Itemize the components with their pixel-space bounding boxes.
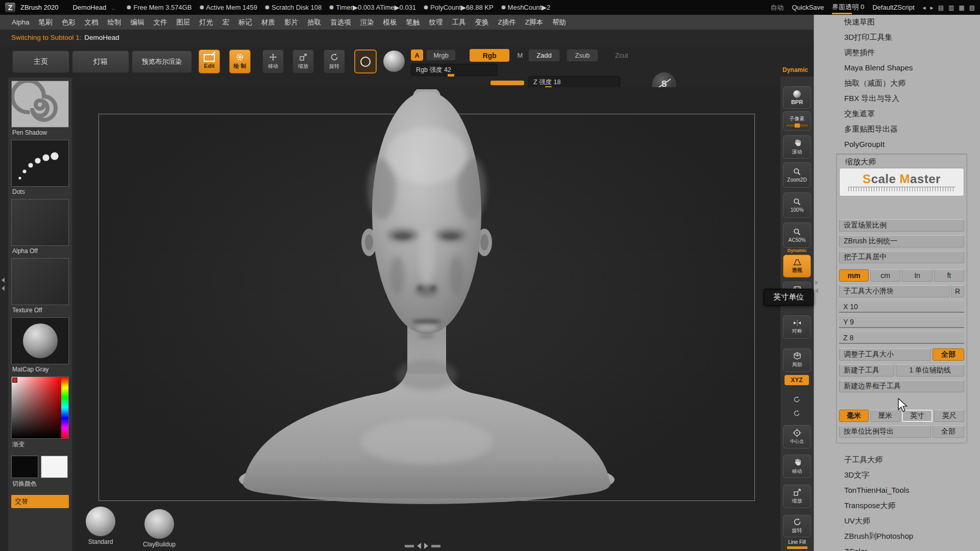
secondary-color-swatch[interactable] (41, 456, 68, 478)
menu-item[interactable]: 色彩 (57, 15, 80, 30)
resize-all-button[interactable]: 全部 (933, 348, 964, 361)
demohead-model[interactable] (228, 89, 626, 505)
zplugin-menu-item[interactable]: Maya Blend Shapes (844, 62, 969, 73)
document-canvas[interactable]: Standard ClayBuildup (75, 87, 780, 551)
scroll-button[interactable]: 滚动 (783, 135, 811, 159)
menu-item[interactable]: 图层 (172, 15, 195, 30)
zplugin-menu-item[interactable]: UV大师 (844, 515, 969, 527)
menu-item[interactable]: 拾取 (303, 15, 326, 30)
right-tray-collapse-arrows[interactable] (815, 280, 818, 293)
move-mode-button[interactable]: 移动 (262, 49, 284, 73)
zplugin-menu-item[interactable]: TonThienHai_Tools (844, 484, 969, 496)
scale-mode-button[interactable]: 缩放 (292, 49, 314, 73)
menu-item[interactable]: 模板 (379, 15, 402, 30)
export-by-unit-button[interactable]: 按单位比例导出 (839, 425, 931, 438)
alpha-off-thumbnail[interactable] (11, 199, 69, 246)
current-stroke-thumbnail[interactable] (11, 81, 69, 128)
shelf-drag-handle[interactable] (491, 81, 524, 85)
z-size-slider[interactable]: Z 8 (839, 333, 964, 344)
auto-button[interactable]: 自动 (770, 3, 783, 12)
lightbox-button[interactable]: 灯箱 (72, 51, 129, 73)
zplugin-menu-item[interactable]: 多重贴图导出器 (844, 123, 969, 135)
scale-master-header[interactable]: 缩放大师 (845, 157, 964, 167)
brush-claybuildup[interactable]: ClayBuildup (136, 509, 182, 548)
brush-standard[interactable]: Standard (78, 507, 124, 545)
switch-color-label[interactable]: 切换颜色 (11, 478, 69, 492)
zplugin-menu-item[interactable]: 快速草图 (844, 16, 969, 28)
hue-strip[interactable] (61, 377, 68, 438)
scrub-right-icon[interactable] (424, 543, 428, 549)
rgb-button[interactable]: Rgb (470, 49, 509, 62)
center-subtool-button[interactable]: 把子工具居中 (839, 251, 964, 263)
zplugin-menu-item[interactable]: 3D打印工具集 (844, 31, 969, 43)
menu-item[interactable]: 编辑 (126, 15, 149, 30)
menu-item[interactable]: 绘制 (103, 15, 126, 30)
unit-name-ft-button[interactable]: 英尺 (934, 410, 964, 422)
menu-item[interactable]: 笔触 (402, 15, 425, 30)
center-point-button[interactable]: 中心点 (783, 425, 811, 448)
unit-helper-button[interactable]: 1 单位辅助线 (896, 364, 964, 377)
a-button[interactable]: A (411, 49, 423, 61)
titlebar-icon[interactable]: ◂ (923, 4, 926, 11)
menu-item[interactable]: 宏 (218, 15, 234, 30)
rotate-canvas-button[interactable]: 旋转 (783, 515, 811, 537)
scale-canvas-button[interactable]: 缩放 (783, 485, 811, 508)
local-button[interactable]: 局部 (783, 348, 811, 372)
new-subtool-button[interactable]: 新建子工具 (839, 364, 894, 377)
new-bbox-subtool-button[interactable]: 新建边界框子工具 (839, 380, 964, 392)
resize-subtool-button[interactable]: 调整子工具大小 (839, 348, 931, 361)
menu-item[interactable]: 材质 (257, 15, 280, 30)
menu-item[interactable]: 纹理 (425, 15, 448, 30)
menu-item[interactable]: 渲染 (356, 15, 379, 30)
default-zscript-button[interactable]: DefaultZScript (872, 4, 914, 11)
x-size-slider[interactable]: X 10 (839, 302, 964, 313)
unit-mm-button[interactable]: mm (839, 269, 869, 282)
menu-item[interactable]: 帮助 (548, 15, 571, 30)
collapse-arrow-icon[interactable] (815, 280, 818, 285)
zadd-button[interactable]: Zadd (528, 49, 560, 62)
current-material-thumbnail[interactable] (11, 317, 69, 364)
menu-item[interactable]: 工具 (448, 15, 471, 30)
set-scene-scale-button[interactable]: 设置场景比例 (839, 219, 964, 232)
menu-item[interactable]: 灯光 (195, 15, 218, 30)
m-button[interactable]: M (513, 49, 527, 61)
left-tray-collapse-arrows[interactable] (2, 278, 5, 291)
bpr-render-button[interactable]: BPR (783, 86, 811, 109)
zplugin-menu-item[interactable]: 交集遮罩 (844, 108, 969, 119)
unit-name-cm-button[interactable]: 厘米 (870, 410, 900, 422)
subtool-size-slider-button[interactable]: 子工具大小滑块 (839, 285, 949, 297)
menu-item[interactable]: 变换 (471, 15, 494, 30)
menu-item[interactable]: Alpha (7, 15, 34, 30)
zplugin-menu-item[interactable]: 调整插件 (844, 46, 969, 58)
ui-opacity-slider[interactable]: 界面透明 0 (832, 3, 864, 13)
zsub-button[interactable]: Zsub (567, 49, 598, 62)
z-intensity-slider[interactable]: Z 强度 18 (528, 76, 620, 88)
quicksave-button[interactable]: QuickSave (792, 4, 824, 11)
menu-item[interactable]: Z脚本 (521, 15, 548, 30)
zplugin-menu-item[interactable]: FBX 导出与导入 (844, 92, 969, 104)
menu-item[interactable]: 影片 (280, 15, 303, 30)
saturation-value-square[interactable] (12, 377, 61, 438)
y-size-slider[interactable]: Y 9 (839, 317, 964, 328)
alternate-color-button[interactable]: 交替 (11, 495, 69, 508)
titlebar-icon[interactable]: ▥ (948, 4, 954, 11)
spin-y-button[interactable] (790, 393, 804, 406)
current-color-swatch[interactable] (354, 49, 377, 73)
collapse-arrow-icon[interactable] (815, 288, 818, 293)
unit-in-button[interactable]: In (902, 269, 932, 282)
zplugin-menu-item[interactable]: Transpose大师 (844, 499, 969, 511)
menu-item[interactable]: 首选项 (326, 15, 356, 30)
timeline-scrubber[interactable] (405, 543, 440, 549)
actual-size-button[interactable]: 100% (783, 192, 811, 218)
xyz-axis-button[interactable]: XYZ (785, 375, 809, 385)
preview-boolean-button[interactable]: 预览布尔渲染 (132, 51, 192, 73)
titlebar-icon[interactable]: ▤ (938, 4, 944, 11)
mrgb-button[interactable]: Mrgb (426, 49, 456, 61)
unit-name-mm-button[interactable]: 毫米 (839, 410, 869, 422)
gradient-label[interactable]: 渐变 (11, 439, 69, 453)
menu-item[interactable]: 文件 (149, 15, 172, 30)
zplugin-menu-item[interactable]: 子工具大师 (844, 454, 969, 465)
zplugin-menu-item[interactable]: 抽取（减面）大师 (844, 77, 969, 89)
color-picker[interactable] (11, 377, 69, 439)
zplugin-menu-item[interactable]: ZBrush到Photoshop (844, 530, 969, 542)
